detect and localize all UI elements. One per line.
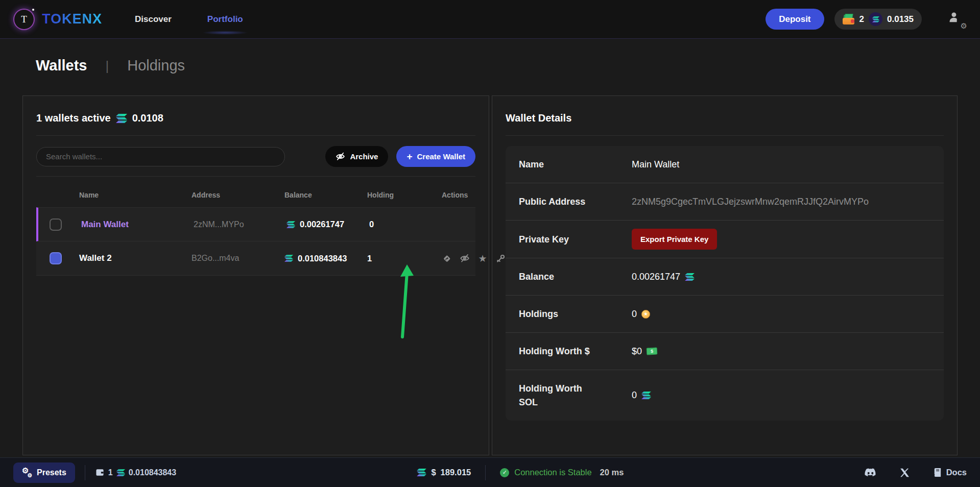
user-icon: [948, 11, 961, 23]
latency-value: 20 ms: [600, 468, 624, 477]
chip-sol-balance: 0.0135: [887, 14, 914, 25]
detail-label: Holdings: [519, 307, 601, 321]
discord-icon[interactable]: [865, 468, 876, 477]
sol-icon: [116, 114, 127, 123]
gears-icon: ⚙⚙: [22, 468, 32, 477]
wallet-name: Wallet 2: [79, 253, 192, 263]
create-wallet-button[interactable]: + Create Wallet: [396, 146, 475, 167]
wallets-active-sol: 0.0108: [132, 112, 163, 124]
connection-text: Connection is Stable: [514, 468, 591, 477]
presets-label: Presets: [37, 468, 66, 477]
sol-icon: [286, 221, 295, 228]
currency-symbol: $: [431, 468, 436, 477]
wallet-balance: 0.00261747: [300, 220, 344, 229]
detail-label: Name: [519, 158, 601, 171]
detail-row-name: Name Main Wallet: [506, 146, 944, 183]
detail-row-balance: Balance 0.00261747: [506, 258, 944, 296]
col-address: Address: [192, 191, 284, 199]
money-icon: [647, 348, 658, 355]
detail-value-public-address: 2zNM5g9CgecTmVLGJejzswrMnw2qemRJJfQ2Airv…: [632, 197, 869, 207]
detail-label: Balance: [519, 270, 601, 283]
sol-icon: [116, 469, 125, 476]
detail-label: Private Key: [519, 233, 601, 246]
wallet-name: Main Wallet: [81, 220, 194, 230]
divider: [485, 465, 486, 480]
search-input[interactable]: [36, 147, 285, 166]
nav-portfolio[interactable]: Portfolio: [206, 11, 244, 28]
coin-icon: [641, 310, 650, 319]
key-icon[interactable]: [495, 253, 506, 263]
docs-link[interactable]: Docs: [933, 468, 967, 477]
wallet-details-panel: Wallet Details Name Main Wallet Public A…: [492, 95, 958, 455]
export-private-key-button[interactable]: Export Private Key: [632, 229, 717, 250]
wallet-balance-chip[interactable]: 2 0.0135: [834, 9, 922, 30]
wallet-balance: 0.010843843: [298, 254, 347, 263]
wallet-address: 2zNM...MYPo: [194, 220, 286, 229]
gear-icon: ⚙: [961, 22, 967, 30]
book-icon: [933, 468, 942, 477]
wallets-controls: Archive + Create Wallet: [36, 146, 475, 167]
footer-wallet-count: 1: [108, 468, 113, 477]
detail-row-worth-sol: Holding Worth SOL 0: [506, 370, 944, 420]
account-settings-button[interactable]: ⚙: [948, 11, 966, 28]
deposit-button[interactable]: Deposit: [766, 9, 824, 30]
archive-label: Archive: [350, 152, 378, 161]
row-checkbox[interactable]: [50, 252, 62, 264]
divider: [36, 176, 475, 177]
chip-wallet-count: 2: [859, 14, 864, 25]
brand-name: TOKENX: [42, 11, 102, 27]
archive-button[interactable]: Archive: [325, 146, 388, 167]
detail-row-private-key: Private Key Export Private Key: [506, 221, 944, 258]
wallet-holding: 0: [369, 220, 444, 229]
nav-discover[interactable]: Discover: [134, 11, 173, 28]
main-nav: Discover Portfolio: [134, 11, 244, 28]
detail-value-holdings: 0: [632, 309, 637, 320]
check-circle-icon: ✓: [500, 468, 509, 477]
detail-row-public-address: Public Address 2zNM5g9CgecTmVLGJejzswrMn…: [506, 183, 944, 221]
docs-label: Docs: [946, 468, 967, 477]
detail-value-balance: 0.00261747: [632, 272, 680, 282]
tab-holdings[interactable]: Holdings: [127, 57, 185, 74]
sol-icon: [641, 392, 651, 399]
detail-value-name: Main Wallet: [632, 159, 679, 170]
table-row[interactable]: Wallet 2 B2Go...m4va 0.010843843 1: [36, 241, 475, 276]
col-balance: Balance: [284, 191, 367, 199]
create-wallet-label: Create Wallet: [417, 152, 465, 161]
sol-price: $ 189.015: [417, 468, 471, 477]
connection-status: ✓ Connection is Stable 20 ms: [500, 468, 624, 477]
detail-row-worth-usd: Holding Worth $ $0: [506, 333, 944, 370]
detail-label: Holding Worth $: [519, 345, 601, 358]
portfolio-subtabs: Wallets | Holdings: [0, 39, 980, 74]
detail-value-worth-usd: $0: [632, 346, 642, 357]
x-twitter-icon[interactable]: [900, 468, 910, 477]
details-title: Wallet Details: [506, 109, 944, 135]
send-diamond-icon[interactable]: [442, 253, 452, 263]
divider: [85, 465, 85, 480]
wallet-holding: 1: [367, 254, 442, 263]
sol-icon: [284, 255, 293, 262]
detail-label: Public Address: [519, 195, 601, 208]
wallets-active-text: 1 wallets active: [36, 112, 111, 124]
wallets-table: Name Address Balance Holding Actions Mai…: [36, 178, 475, 276]
table-header: Name Address Balance Holding Actions: [36, 178, 475, 207]
detail-value-worth-sol: 0: [632, 390, 637, 401]
divider: [506, 135, 944, 136]
hide-eye-off-icon[interactable]: [460, 253, 470, 263]
favorite-star-icon[interactable]: ★: [477, 253, 488, 263]
sol-icon: [417, 469, 426, 476]
tab-wallets[interactable]: Wallets: [36, 57, 87, 74]
wallets-panel: 1 wallets active 0.0108 Archive + Create…: [22, 95, 489, 455]
details-card: Name Main Wallet Public Address 2zNM5g9C…: [506, 146, 944, 421]
table-row[interactable]: Main Wallet 2zNM...MYPo 0.00261747 0: [36, 207, 475, 241]
plus-icon: +: [407, 152, 412, 161]
tab-separator: |: [105, 58, 109, 74]
wallet-icon: [843, 14, 855, 25]
main-content: 1 wallets active 0.0108 Archive + Create…: [22, 95, 958, 455]
active-wallet-summary: 1 0.010843843: [95, 468, 176, 477]
detail-row-holdings: Holdings 0: [506, 296, 944, 333]
wallet-address: B2Go...m4va: [192, 254, 284, 263]
row-checkbox[interactable]: [50, 218, 62, 231]
presets-button[interactable]: ⚙⚙ Presets: [13, 462, 75, 483]
col-name: Name: [79, 191, 192, 199]
app-logo[interactable]: T: [14, 10, 34, 29]
